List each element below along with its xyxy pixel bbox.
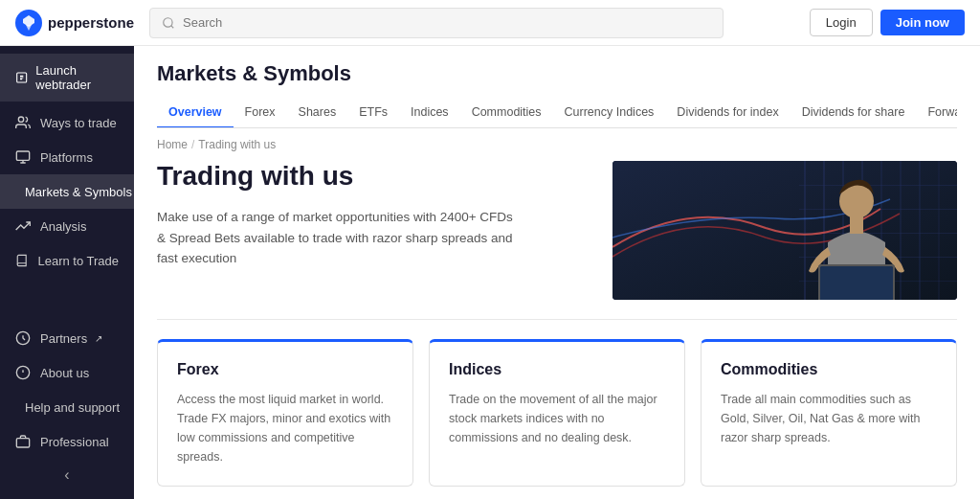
hero-description: Make use of a range of market opportunit… bbox=[157, 207, 521, 269]
breadcrumb: Home / Trading with us bbox=[134, 128, 980, 161]
svg-rect-23 bbox=[919, 161, 921, 300]
svg-rect-4 bbox=[16, 151, 29, 160]
svg-rect-14 bbox=[16, 439, 29, 447]
sidebar-item-label: Learn to Trade bbox=[37, 254, 119, 268]
tab-dividends-share[interactable]: Dividends for share bbox=[791, 98, 917, 128]
svg-rect-22 bbox=[900, 161, 902, 300]
breadcrumb-home-link[interactable]: Home bbox=[157, 138, 188, 151]
hero-illustration bbox=[612, 161, 957, 300]
hero-section: Trading with us Make use of a range of m… bbox=[134, 161, 980, 319]
tab-commodities[interactable]: Commodities bbox=[460, 98, 553, 128]
sidebar-bottom: Partners ↗ About us Help and support bbox=[0, 321, 134, 491]
hero-image bbox=[612, 161, 957, 300]
svg-rect-25 bbox=[799, 185, 957, 186]
sidebar-item-professional[interactable]: Professional bbox=[0, 424, 134, 459]
search-bar[interactable] bbox=[149, 8, 724, 38]
logo[interactable]: pepperstone bbox=[15, 10, 134, 36]
sidebar-item-partners[interactable]: Partners ↗ bbox=[0, 321, 134, 355]
about-icon bbox=[15, 365, 31, 380]
launch-webtrader-button[interactable]: Launch webtrader bbox=[0, 54, 134, 102]
breadcrumb-current: Trading with us bbox=[198, 138, 276, 151]
collapse-icon: ‹ bbox=[64, 466, 69, 484]
card-commodities-title: Commodities bbox=[721, 361, 937, 378]
tab-currency-indices[interactable]: Currency Indices bbox=[553, 98, 666, 128]
search-input[interactable] bbox=[183, 15, 711, 30]
card-commodities: Commodities Trade all main commodities s… bbox=[701, 339, 957, 487]
tab-dividends-index[interactable]: Dividends for index bbox=[665, 98, 790, 128]
svg-point-3 bbox=[18, 117, 23, 122]
main-layout: Launch webtrader Ways to trade Platforms… bbox=[0, 46, 980, 499]
monitor-icon bbox=[15, 149, 31, 165]
card-commodities-description: Trade all main commodities such as Gold,… bbox=[721, 390, 937, 447]
page-title: Markets & Symbols bbox=[157, 61, 957, 86]
card-forex: Forex Access the most liquid market in w… bbox=[157, 339, 413, 487]
tab-etfs[interactable]: ETFs bbox=[347, 98, 399, 128]
hero-text: Trading with us Make use of a range of m… bbox=[157, 161, 590, 269]
tab-forwards[interactable]: Forwards bbox=[916, 98, 957, 128]
hero-image-inner bbox=[612, 161, 957, 300]
professional-icon bbox=[15, 434, 31, 449]
collapse-sidebar-button[interactable]: ‹ bbox=[0, 459, 134, 491]
main-content: Markets & Symbols Overview Forex Shares … bbox=[134, 46, 980, 499]
book-icon bbox=[15, 253, 28, 268]
logo-text: pepperstone bbox=[48, 14, 134, 31]
card-forex-description: Access the most liquid market in world. … bbox=[177, 390, 393, 466]
join-button[interactable]: Join now bbox=[880, 10, 965, 35]
card-indices: Indices Trade on the movement of all the… bbox=[429, 339, 685, 487]
svg-rect-16 bbox=[612, 161, 957, 300]
launch-webtrader-label: Launch webtrader bbox=[35, 63, 119, 92]
tab-overview[interactable]: Overview bbox=[157, 98, 234, 128]
breadcrumb-separator: / bbox=[191, 138, 194, 151]
svg-rect-34 bbox=[820, 266, 893, 300]
sidebar-item-about-us[interactable]: About us bbox=[0, 355, 134, 390]
tab-indices[interactable]: Indices bbox=[399, 98, 460, 128]
svg-rect-24 bbox=[938, 161, 940, 300]
external-link-icon: ↗ bbox=[95, 333, 102, 344]
card-indices-description: Trade on the movement of all the major s… bbox=[449, 390, 665, 447]
sidebar-item-label: Ways to trade bbox=[40, 116, 117, 130]
svg-rect-35 bbox=[850, 216, 863, 234]
tab-forex[interactable]: Forex bbox=[234, 98, 287, 128]
trending-icon bbox=[15, 218, 31, 234]
rocket-icon bbox=[15, 70, 28, 85]
sidebar-item-label: Help and support bbox=[25, 400, 120, 415]
login-button[interactable]: Login bbox=[810, 9, 873, 36]
svg-point-1 bbox=[164, 17, 172, 26]
sidebar-item-ways-to-trade[interactable]: Ways to trade bbox=[0, 105, 134, 140]
tab-bar: Overview Forex Shares ETFs Indices Commo… bbox=[157, 98, 957, 128]
card-forex-title: Forex bbox=[177, 361, 393, 378]
cards-section: Forex Access the most liquid market in w… bbox=[134, 320, 980, 499]
sidebar-item-label: Professional bbox=[40, 435, 109, 449]
sidebar-item-label: Markets & Symbols bbox=[25, 185, 132, 199]
search-icon bbox=[162, 16, 175, 30]
sidebar-item-label: Analysis bbox=[40, 219, 86, 234]
users-icon bbox=[15, 115, 31, 130]
sidebar-item-markets-symbols[interactable]: Markets & Symbols bbox=[0, 174, 134, 209]
sidebar-item-analysis[interactable]: Analysis bbox=[0, 209, 134, 243]
sidebar-item-help-support[interactable]: Help and support bbox=[0, 390, 134, 424]
top-navigation: pepperstone Login Join now bbox=[0, 0, 980, 46]
tab-shares[interactable]: Shares bbox=[287, 98, 348, 128]
sidebar-item-label: Partners bbox=[40, 331, 87, 346]
sidebar-item-platforms[interactable]: Platforms bbox=[0, 140, 134, 174]
nav-actions: Login Join now bbox=[810, 9, 965, 36]
card-indices-title: Indices bbox=[449, 361, 665, 378]
page-header: Markets & Symbols Overview Forex Shares … bbox=[134, 46, 980, 128]
hero-title: Trading with us bbox=[157, 161, 590, 192]
sidebar: Launch webtrader Ways to trade Platforms… bbox=[0, 46, 134, 499]
partners-icon bbox=[15, 330, 31, 346]
sidebar-item-learn-to-trade[interactable]: Learn to Trade bbox=[0, 243, 134, 278]
sidebar-item-label: About us bbox=[40, 366, 89, 380]
svg-rect-17 bbox=[804, 161, 806, 300]
sidebar-item-label: Platforms bbox=[40, 150, 93, 165]
